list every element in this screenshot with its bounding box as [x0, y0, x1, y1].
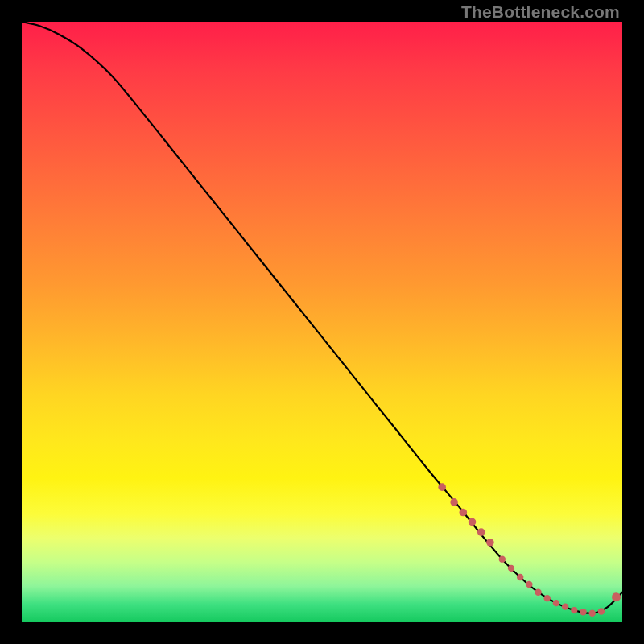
plot-area [22, 22, 622, 622]
watermark: TheBottleneck.com [461, 3, 620, 20]
chart-stage: TheBottleneck.com [0, 0, 644, 644]
